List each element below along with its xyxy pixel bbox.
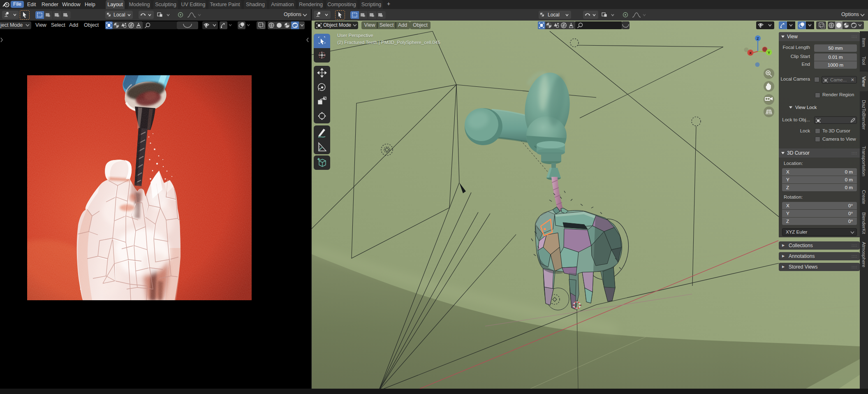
svg-text:Local: Local — [113, 12, 125, 18]
svg-text:X: X — [749, 51, 752, 55]
svg-text:Local: Local — [548, 12, 560, 18]
svg-text:Y: Y — [768, 51, 770, 55]
svg-text:Z: Z — [757, 37, 759, 41]
